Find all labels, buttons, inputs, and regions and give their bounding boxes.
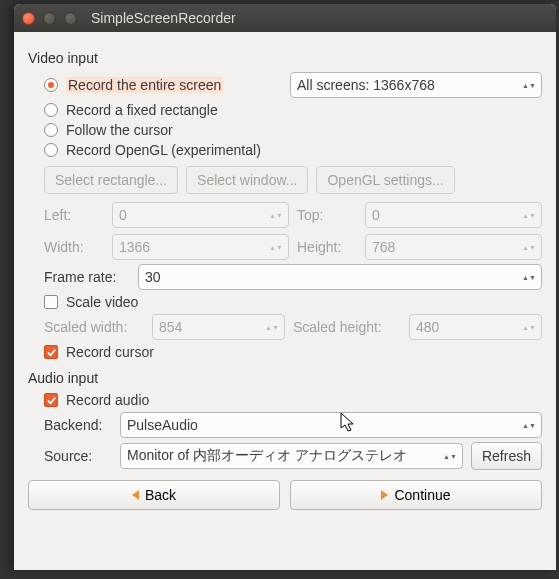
refresh-button[interactable]: Refresh bbox=[471, 442, 542, 470]
scaled-width-label: Scaled width: bbox=[44, 319, 144, 335]
updown-icon: ▲▼ bbox=[523, 212, 535, 219]
updown-icon[interactable]: ▲▼ bbox=[523, 274, 535, 281]
radio-fixed-rect[interactable] bbox=[44, 103, 58, 117]
radio-opengl[interactable] bbox=[44, 143, 58, 157]
backend-combo-text: PulseAudio bbox=[127, 417, 519, 433]
radio-follow-cursor[interactable] bbox=[44, 123, 58, 137]
frame-rate-label: Frame rate: bbox=[44, 269, 130, 285]
back-button-label: Back bbox=[145, 487, 176, 503]
width-label: Width: bbox=[44, 239, 104, 255]
height-label: Height: bbox=[297, 239, 357, 255]
frame-rate-input[interactable]: 30 ▲▼ bbox=[138, 264, 542, 290]
radio-fixed-rect-label[interactable]: Record a fixed rectangle bbox=[66, 102, 218, 118]
record-audio-checkbox[interactable] bbox=[44, 393, 58, 407]
top-input: 0 ▲▼ bbox=[365, 202, 542, 228]
updown-icon: ▲▼ bbox=[523, 82, 535, 89]
updown-icon: ▲▼ bbox=[266, 324, 278, 331]
updown-icon: ▲▼ bbox=[523, 422, 535, 429]
continue-button[interactable]: Continue bbox=[290, 480, 542, 510]
window: SimpleScreenRecorder Video input Record … bbox=[14, 4, 556, 570]
left-label: Left: bbox=[44, 207, 104, 223]
opengl-settings-button: OpenGL settings... bbox=[316, 166, 454, 194]
top-label: Top: bbox=[297, 207, 357, 223]
maximize-icon[interactable] bbox=[64, 12, 77, 25]
record-cursor-checkbox[interactable] bbox=[44, 345, 58, 359]
record-audio-label[interactable]: Record audio bbox=[66, 392, 149, 408]
video-section-title: Video input bbox=[28, 50, 542, 66]
minimize-icon[interactable] bbox=[43, 12, 56, 25]
updown-icon: ▲▼ bbox=[444, 453, 456, 460]
updown-icon: ▲▼ bbox=[270, 244, 282, 251]
scale-video-label[interactable]: Scale video bbox=[66, 294, 138, 310]
chevron-right-icon bbox=[381, 490, 388, 500]
scale-video-checkbox[interactable] bbox=[44, 295, 58, 309]
backend-combo[interactable]: PulseAudio ▲▼ bbox=[120, 412, 542, 438]
titlebar: SimpleScreenRecorder bbox=[14, 4, 556, 32]
select-window-button: Select window... bbox=[186, 166, 308, 194]
screens-combo-text: All screens: 1366x768 bbox=[297, 77, 519, 93]
updown-icon: ▲▼ bbox=[270, 212, 282, 219]
backend-label: Backend: bbox=[44, 417, 112, 433]
audio-section-title: Audio input bbox=[28, 370, 542, 386]
source-combo-text: Monitor of 内部オーディオ アナログステレオ bbox=[127, 447, 440, 465]
scaled-height-input: 480 ▲▼ bbox=[409, 314, 542, 340]
select-rectangle-button: Select rectangle... bbox=[44, 166, 178, 194]
window-title: SimpleScreenRecorder bbox=[91, 10, 236, 26]
radio-entire-screen[interactable] bbox=[44, 78, 58, 92]
updown-icon: ▲▼ bbox=[523, 244, 535, 251]
radio-follow-cursor-label[interactable]: Follow the cursor bbox=[66, 122, 173, 138]
screens-combo[interactable]: All screens: 1366x768 ▲▼ bbox=[290, 72, 542, 98]
source-combo[interactable]: Monitor of 内部オーディオ アナログステレオ ▲▼ bbox=[120, 443, 463, 469]
chevron-left-icon bbox=[132, 490, 139, 500]
source-label: Source: bbox=[44, 448, 112, 464]
back-button[interactable]: Back bbox=[28, 480, 280, 510]
height-input: 768 ▲▼ bbox=[365, 234, 542, 260]
content: Video input Record the entire screen All… bbox=[14, 32, 556, 520]
updown-icon: ▲▼ bbox=[523, 324, 535, 331]
continue-button-label: Continue bbox=[394, 487, 450, 503]
left-input: 0 ▲▼ bbox=[112, 202, 289, 228]
close-icon[interactable] bbox=[22, 12, 35, 25]
scaled-width-input: 854 ▲▼ bbox=[152, 314, 285, 340]
width-input: 1366 ▲▼ bbox=[112, 234, 289, 260]
radio-opengl-label[interactable]: Record OpenGL (experimental) bbox=[66, 142, 261, 158]
scaled-height-label: Scaled height: bbox=[293, 319, 401, 335]
record-cursor-label[interactable]: Record cursor bbox=[66, 344, 154, 360]
radio-entire-screen-label[interactable]: Record the entire screen bbox=[66, 77, 223, 93]
